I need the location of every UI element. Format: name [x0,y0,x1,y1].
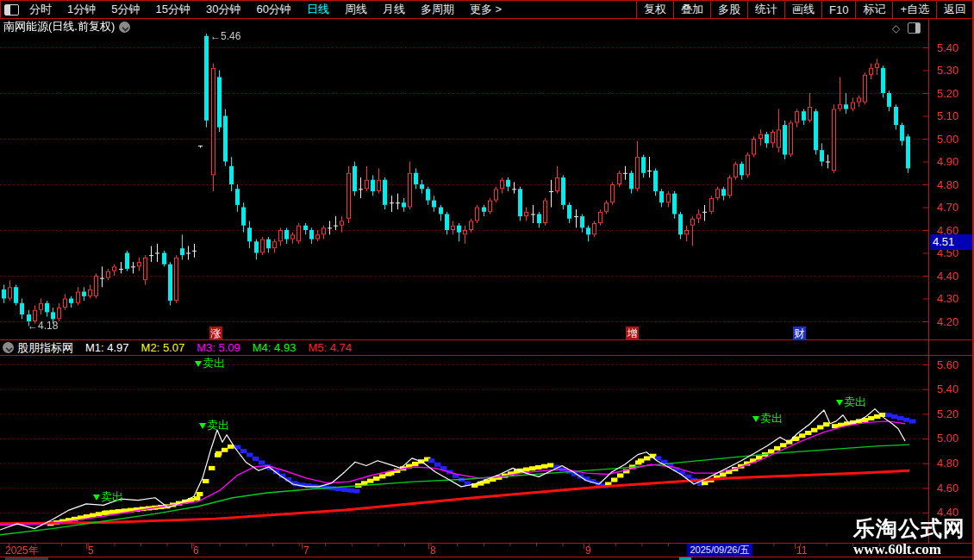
sell-signal: 卖出 [199,418,229,433]
indicator-ma-value: M2: 5.07 [141,341,185,354]
xaxis-top-border [0,543,974,544]
toolbar-button[interactable]: 标记 [855,1,892,18]
period-tabs: 分时1分钟5分钟15分钟30分钟60分钟日线周线月线多周期更多 > [22,1,509,18]
arrow-down-icon [752,416,759,426]
period-tab[interactable]: 5分钟 [103,2,147,17]
period-tab[interactable]: 分时 [22,2,59,17]
toolbar-button[interactable]: 叠加 [673,1,710,18]
sell-signal: 卖出 [836,395,866,410]
period-tab[interactable]: 多周期 [413,2,462,17]
sell-signal: 卖出 [752,411,783,426]
arrow-down-icon [199,423,206,432]
selected-date-tag: 2025/09/26/五 [687,544,752,557]
indicator-name: 股朋指标网 [17,340,73,356]
period-tab[interactable]: 更多 > [462,2,509,17]
arrow-down-icon [195,361,202,370]
toolbar-button[interactable]: 返回 [936,1,973,18]
indicator-ma-value: M4: 4.93 [253,341,297,354]
low-price-label: ←4.18 [28,320,58,332]
toolbar-button[interactable]: 复权 [636,1,673,18]
toolbar-button[interactable]: F10 [821,1,855,18]
watermark-site-name: 乐淘公式网 [853,514,965,543]
indicator-collapse-icon[interactable] [3,342,14,353]
sell-signal-label: 卖出 [844,395,866,410]
period-tab[interactable]: 60分钟 [248,2,298,17]
watermark-url: www.60lt.com [853,541,965,558]
period-tab[interactable]: 日线 [299,2,337,17]
toolbar-button[interactable]: +自选 [892,1,936,18]
period-tab[interactable]: 15分钟 [147,2,197,17]
indicator-ma-value: M3: 5.09 [197,341,240,354]
toolbar-actions: 复权叠加多股统计画线F10标记+自选返回 [636,1,973,18]
period-tab[interactable]: 1分钟 [59,2,103,17]
layout-toggle-icon[interactable] [4,4,19,16]
arrow-down-icon [836,400,843,409]
trading-app: 分时1分钟5分钟15分钟30分钟60分钟日线周线月线多周期更多 > 复权叠加多股… [0,0,974,560]
watermark: 乐淘公式网 www.60lt.com [853,514,965,558]
event-marker: 财 [793,327,806,340]
period-tab[interactable]: 30分钟 [198,2,248,17]
price-axis-line [928,19,929,543]
indicator-top-border [0,355,974,356]
toolbar: 分时1分钟5分钟15分钟30分钟60分钟日线周线月线多周期更多 > 复权叠加多股… [0,0,974,19]
indicator-ma-value: M1: 4.97 [85,341,129,354]
sell-signal: 卖出 [93,489,123,505]
current-price-tag: 4.51 [930,234,974,250]
toolbar-button[interactable]: 多股 [710,1,747,18]
page-title: 南网能源(日线.前复权) [3,19,115,34]
title-bar: 南网能源(日线.前复权) [0,19,974,34]
sell-signal-label: 卖出 [203,356,225,371]
arrow-down-icon [93,495,100,504]
sell-signal: 卖出 [195,356,225,371]
indicator-ma-value: M5: 4.74 [308,341,352,354]
indicator-ma-values: M1: 4.97M2: 5.07M3: 5.09M4: 4.93M5: 4.74 [73,341,352,354]
chevron-down-icon[interactable] [119,22,130,33]
sell-signal-label: 卖出 [101,489,123,505]
toolbar-button[interactable]: 画线 [784,1,821,18]
event-marker: 涨 [209,327,222,340]
indicator-header: 股朋指标网 M1: 4.97M2: 5.07M3: 5.09M4: 4.93M5… [0,340,927,355]
period-tab[interactable]: 月线 [375,2,413,17]
sell-signal-label: 卖出 [207,418,229,433]
diamond-icon[interactable]: ◇ [892,22,900,34]
panel-split-icon[interactable] [908,22,921,34]
event-marker: 增 [626,327,639,340]
chart-canvas[interactable] [0,0,974,560]
period-tab[interactable]: 周线 [337,2,375,17]
sell-signal-label: 卖出 [760,411,783,426]
toolbar-button[interactable]: 统计 [747,1,784,18]
